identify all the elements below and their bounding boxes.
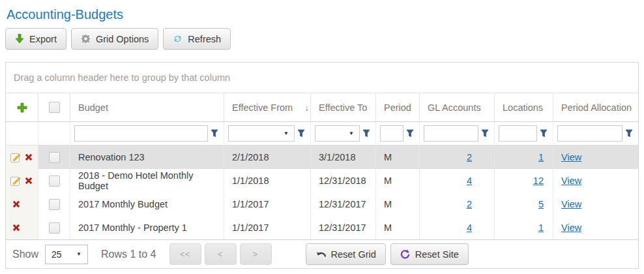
effective-to-filter-combo[interactable]: ▼ bbox=[315, 125, 360, 142]
sort-desc-icon: ↓ bbox=[304, 102, 309, 113]
column-header-gl-accounts[interactable]: GL Accounts bbox=[420, 93, 495, 121]
prev-page-button[interactable]: < bbox=[205, 243, 237, 265]
delete-x-icon bbox=[24, 153, 33, 162]
locations-link[interactable]: 1 bbox=[538, 222, 544, 233]
group-by-panel[interactable]: Drag a column header here to group by th… bbox=[6, 63, 638, 93]
select-all-checkbox[interactable] bbox=[49, 102, 60, 113]
column-label: Period bbox=[384, 102, 411, 113]
reset-site-button[interactable]: Reset Site bbox=[390, 243, 469, 265]
select-all-cell bbox=[38, 93, 70, 121]
period-filter-input[interactable] bbox=[380, 125, 403, 142]
effective-from-cell: 1/1/2017 bbox=[224, 216, 311, 239]
period-cell: M bbox=[376, 192, 420, 216]
grid-options-button[interactable]: Grid Options bbox=[71, 28, 158, 50]
show-label: Show bbox=[12, 249, 38, 260]
delete-x-icon bbox=[12, 200, 21, 209]
grid-options-label: Grid Options bbox=[96, 34, 149, 44]
gl-accounts-link[interactable]: 4 bbox=[467, 175, 472, 186]
column-label: Effective From bbox=[232, 102, 293, 113]
delete-row-button[interactable] bbox=[12, 200, 21, 209]
period-allocation-filter-menu-icon[interactable] bbox=[622, 129, 636, 138]
accounting-budgets-page: Accounting-Budgets Export Grid Options R… bbox=[0, 0, 644, 269]
view-link[interactable]: View bbox=[561, 152, 581, 162]
effective-to-cell: 12/31/2017 bbox=[311, 192, 376, 216]
effective-to-cell: 12/31/2018 bbox=[311, 169, 376, 192]
next-page-button[interactable]: > bbox=[240, 243, 272, 265]
row-checkbox[interactable] bbox=[49, 222, 60, 234]
undo-arrow-icon bbox=[315, 251, 326, 258]
grid-header-row: Budget Effective From ↓ Effective To Per… bbox=[6, 93, 638, 122]
column-header-budget[interactable]: Budget bbox=[70, 93, 224, 121]
reset-grid-button[interactable]: Reset Grid bbox=[306, 243, 386, 265]
column-label: Locations bbox=[503, 102, 543, 113]
reset-site-label: Reset Site bbox=[415, 249, 459, 260]
gl-accounts-filter-input[interactable] bbox=[424, 125, 478, 142]
reset-grid-label: Reset Grid bbox=[331, 249, 376, 260]
refresh-icon bbox=[173, 34, 183, 44]
delete-x-icon bbox=[24, 176, 33, 185]
refresh-button[interactable]: Refresh bbox=[163, 28, 231, 50]
locations-link[interactable]: 5 bbox=[538, 199, 544, 209]
view-link[interactable]: View bbox=[561, 199, 581, 209]
period-cell: M bbox=[376, 145, 420, 169]
page-size-select[interactable]: 25 ▼ bbox=[45, 245, 88, 264]
table-row: 2017 Monthly Budget 1/1/2017 12/31/2017 … bbox=[6, 192, 638, 216]
gl-accounts-link[interactable]: 2 bbox=[467, 152, 472, 162]
budget-cell: 2018 - Demo Hotel Monthly Budget bbox=[70, 169, 224, 192]
row-checkbox[interactable] bbox=[49, 152, 60, 163]
delete-row-button[interactable] bbox=[24, 153, 33, 162]
export-label: Export bbox=[29, 34, 57, 44]
period-filter-menu-icon[interactable] bbox=[403, 129, 417, 138]
chevron-down-icon: ▼ bbox=[76, 252, 81, 257]
pencil-icon bbox=[10, 152, 21, 162]
filter-cell-empty bbox=[38, 122, 70, 145]
edit-row-button[interactable] bbox=[10, 152, 21, 162]
effective-to-cell: 12/31/2017 bbox=[311, 216, 376, 239]
table-row: Renovation 123 2/1/2018 3/1/2018 M 2 1 V… bbox=[6, 145, 638, 169]
effective-from-cell: 1/1/2017 bbox=[224, 192, 311, 216]
locations-filter-input[interactable] bbox=[499, 125, 537, 142]
view-link[interactable]: View bbox=[561, 175, 581, 186]
view-link[interactable]: View bbox=[561, 222, 581, 233]
budget-filter-menu-icon[interactable] bbox=[208, 129, 221, 138]
budget-filter-input[interactable] bbox=[74, 125, 208, 142]
locations-filter-menu-icon[interactable] bbox=[537, 129, 550, 138]
gl-accounts-link[interactable]: 4 bbox=[467, 222, 472, 233]
add-row-button[interactable] bbox=[17, 102, 27, 113]
column-header-period[interactable]: Period bbox=[376, 93, 420, 121]
effective-from-filter-menu-icon[interactable] bbox=[295, 129, 308, 138]
column-header-effective-to[interactable]: Effective To bbox=[311, 93, 376, 121]
locations-link[interactable]: 12 bbox=[533, 175, 544, 186]
effective-from-cell: 1/1/2018 bbox=[224, 169, 311, 192]
edit-row-button[interactable] bbox=[10, 175, 21, 186]
row-checkbox[interactable] bbox=[49, 175, 60, 187]
column-label: Budget bbox=[78, 102, 108, 113]
column-label: GL Accounts bbox=[428, 102, 481, 113]
refresh-label: Refresh bbox=[188, 34, 221, 44]
locations-link[interactable]: 1 bbox=[538, 152, 544, 162]
delete-row-button[interactable] bbox=[12, 223, 21, 232]
period-allocation-filter-input[interactable] bbox=[557, 125, 622, 142]
gl-accounts-link[interactable]: 2 bbox=[467, 199, 472, 209]
rows-info: Rows 1 to 4 bbox=[101, 249, 156, 260]
plus-icon bbox=[17, 102, 27, 113]
gl-accounts-filter-menu-icon[interactable] bbox=[478, 129, 491, 138]
pencil-icon bbox=[10, 175, 21, 186]
budgets-grid: Drag a column header here to group by th… bbox=[5, 62, 639, 269]
budget-cell: 2017 Monthly - Property 1 bbox=[70, 216, 224, 239]
export-download-icon bbox=[15, 34, 24, 44]
export-button[interactable]: Export bbox=[5, 28, 66, 50]
first-page-button[interactable]: << bbox=[169, 243, 201, 265]
column-header-effective-from[interactable]: Effective From ↓ bbox=[224, 93, 311, 121]
chevron-down-icon: ▼ bbox=[349, 131, 354, 136]
column-header-period-allocation[interactable]: Period Allocation bbox=[553, 93, 638, 121]
gear-icon bbox=[81, 34, 91, 44]
column-header-locations[interactable]: Locations bbox=[495, 93, 553, 121]
effective-from-filter-combo[interactable]: ▼ bbox=[228, 125, 295, 142]
effective-to-filter-menu-icon[interactable] bbox=[360, 129, 373, 138]
delete-row-button[interactable] bbox=[24, 176, 33, 185]
toolbar: Export Grid Options Refresh bbox=[5, 28, 639, 50]
table-row: 2017 Monthly - Property 1 1/1/2017 12/31… bbox=[6, 216, 638, 239]
row-checkbox[interactable] bbox=[49, 199, 60, 210]
pager: << < > bbox=[169, 243, 272, 265]
